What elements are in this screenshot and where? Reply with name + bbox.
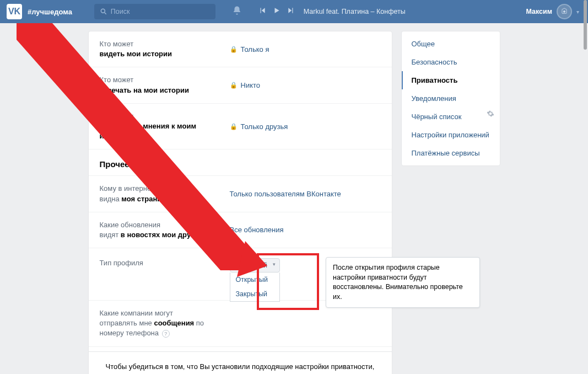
- section-other-title: Прочее: [89, 149, 392, 176]
- notifications-icon[interactable]: [232, 6, 242, 18]
- sidebar-item-payments[interactable]: Платёжные сервисы: [402, 144, 500, 162]
- profile-type-menu: Открытый Закрытый: [230, 273, 280, 302]
- avatar: [557, 4, 572, 19]
- lock-icon: 🔒: [230, 123, 238, 130]
- value-stories-reply[interactable]: 🔒Никто: [230, 81, 261, 89]
- settings-sidebar: Общее Безопасность Приватность Уведомлен…: [401, 31, 500, 166]
- chevron-down-icon: ▾: [576, 9, 579, 15]
- search-icon: [100, 8, 107, 15]
- lock-icon: 🔒: [230, 46, 238, 53]
- track-title[interactable]: Markul feat. Платина – Конфеты: [304, 8, 406, 15]
- row-stories-feedback[interactable]: Кто можетотправлять мнения к моим истори…: [89, 104, 392, 150]
- profile-type-selected[interactable]: Закрытый: [230, 258, 280, 273]
- search-box[interactable]: [94, 4, 215, 19]
- sidebar-item-apps[interactable]: Настройки приложений: [402, 126, 500, 144]
- footer-note: Чтобы убедиться в том, что Вы установили…: [89, 351, 392, 374]
- user-menu[interactable]: Максим ▾: [526, 4, 580, 19]
- value-page-visibility[interactable]: Только пользователям ВКонтакте: [230, 190, 341, 198]
- audio-player: Markul feat. Платина – Конфеты: [258, 7, 406, 17]
- vk-logo[interactable]: VK: [7, 4, 22, 19]
- username: Максим: [526, 8, 553, 15]
- settings-panel: Кто можетвидеть мои истории 🔒Только я Кт…: [88, 31, 392, 374]
- gear-icon[interactable]: [487, 110, 494, 119]
- value-stories-feedback[interactable]: 🔒Только друзья: [230, 122, 288, 131]
- scrollbar-thumb[interactable]: [584, 0, 587, 50]
- row-feed-updates[interactable]: Какие обновлениявидят в новостях мои дру…: [89, 212, 392, 248]
- sidebar-item-privacy[interactable]: Приватность: [402, 71, 500, 89]
- profile-type-tooltip: После открытия профиля старые настройки …: [326, 257, 480, 308]
- sidebar-item-security[interactable]: Безопасность: [402, 53, 500, 71]
- value-stories-view[interactable]: 🔒Только я: [230, 45, 269, 54]
- help-icon[interactable]: ?: [162, 330, 170, 338]
- svg-point-2: [563, 10, 565, 13]
- svg-point-0: [101, 9, 105, 13]
- value-feed-updates[interactable]: Все обновления: [230, 226, 284, 234]
- top-header: VK #лучшедома Markul feat. Платина – Кон…: [0, 0, 588, 23]
- lock-icon: 🔒: [230, 82, 238, 89]
- row-stories-reply[interactable]: Кто можетотвечать на мои истории 🔒Никто: [89, 67, 392, 103]
- row-stories-view[interactable]: Кто можетвидеть мои истории 🔒Только я: [89, 31, 392, 67]
- profile-type-dropdown[interactable]: Закрытый Открытый Закрытый: [230, 258, 280, 273]
- sidebar-item-blacklist[interactable]: Чёрный список: [402, 108, 500, 126]
- play-icon[interactable]: [273, 7, 280, 17]
- option-closed[interactable]: Закрытый: [230, 287, 280, 301]
- search-input[interactable]: [111, 8, 204, 15]
- sidebar-item-notifications[interactable]: Уведомления: [402, 89, 500, 108]
- hashtag-link[interactable]: #лучшедома: [28, 8, 72, 16]
- row-page-visibility[interactable]: Кому в интернетевидна моя страница Тольк…: [89, 176, 392, 212]
- sidebar-item-general[interactable]: Общее: [402, 35, 500, 53]
- option-open[interactable]: Открытый: [230, 273, 280, 287]
- svg-line-1: [105, 13, 106, 14]
- next-track-icon[interactable]: [287, 7, 295, 17]
- prev-track-icon[interactable]: [258, 7, 266, 17]
